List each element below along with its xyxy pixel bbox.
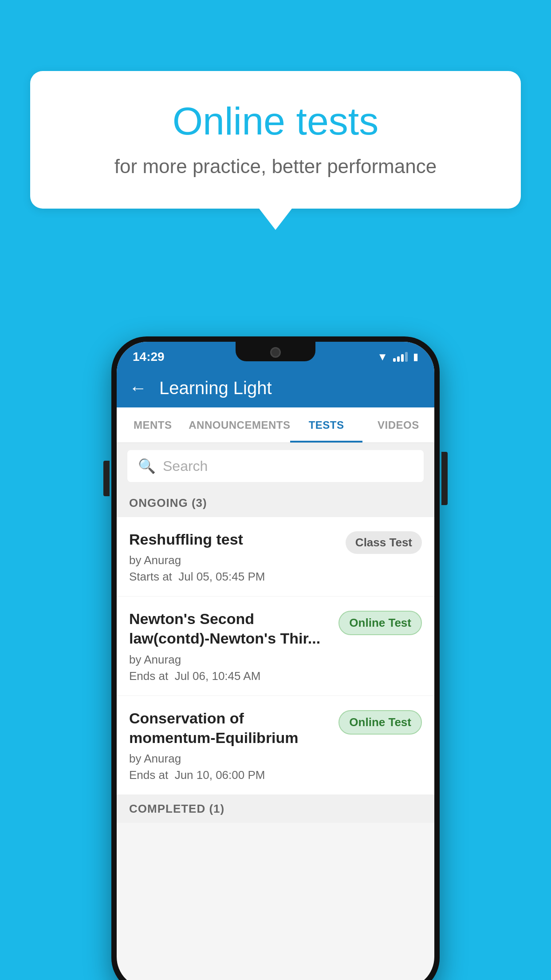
speech-bubble-subtitle: for more practice, better performance [66, 155, 485, 178]
status-icons: ▼ ▮ [377, 351, 418, 363]
signal-bar-1 [393, 358, 396, 362]
app-bar: ← Learning Light [117, 368, 434, 407]
wifi-icon: ▼ [377, 351, 388, 363]
test-author-reshuffling: by Anurag [129, 553, 337, 567]
test-info-newtons: Newton's Second law(contd)-Newton's Thir… [129, 609, 330, 683]
search-box[interactable]: 🔍 Search [127, 450, 424, 482]
phone-side-button-left [103, 461, 110, 496]
test-badge-conservation: Online Test [338, 710, 422, 735]
test-badge-reshuffling: Class Test [346, 531, 422, 554]
tab-videos[interactable]: VIDEOS [362, 407, 434, 443]
signal-bars [393, 352, 408, 362]
section-completed-header: COMPLETED (1) [117, 795, 434, 823]
speech-bubble-title: Online tests [66, 98, 485, 145]
test-author-newtons: by Anurag [129, 653, 330, 667]
speech-bubble-container: Online tests for more practice, better p… [30, 71, 521, 209]
signal-bar-2 [397, 356, 400, 362]
signal-bar-4 [405, 352, 408, 362]
test-info-reshuffling: Reshuffling test by Anurag Starts at Jul… [129, 530, 337, 584]
tab-ments[interactable]: MENTS [117, 407, 189, 443]
test-info-conservation: Conservation of momentum-Equilibrium by … [129, 708, 330, 782]
test-badge-newtons: Online Test [338, 611, 422, 635]
back-button[interactable]: ← [129, 378, 147, 398]
test-item-reshuffling[interactable]: Reshuffling test by Anurag Starts at Jul… [117, 517, 434, 597]
phone-notch [236, 342, 315, 361]
test-time-conservation: Ends at Jun 10, 06:00 PM [129, 768, 330, 782]
signal-bar-3 [401, 354, 404, 362]
status-time: 14:29 [133, 350, 165, 364]
test-item-conservation[interactable]: Conservation of momentum-Equilibrium by … [117, 696, 434, 795]
tab-announcements[interactable]: ANNOUNCEMENTS [189, 407, 290, 443]
speech-bubble: Online tests for more practice, better p… [30, 71, 521, 209]
search-container: 🔍 Search [117, 443, 434, 489]
section-ongoing-header: ONGOING (3) [117, 489, 434, 517]
test-name-reshuffling: Reshuffling test [129, 530, 337, 549]
phone-side-button-right [441, 452, 448, 505]
phone-frame: 14:29 ▼ ▮ ← Learning Light MENTS [111, 336, 440, 980]
test-time-newtons: Ends at Jul 06, 10:45 AM [129, 669, 330, 683]
test-item-newtons[interactable]: Newton's Second law(contd)-Newton's Thir… [117, 597, 434, 695]
test-author-conservation: by Anurag [129, 752, 330, 766]
app-title: Learning Light [159, 378, 272, 398]
battery-icon: ▮ [413, 351, 418, 363]
phone-screen: 14:29 ▼ ▮ ← Learning Light MENTS [117, 342, 434, 980]
tabs-bar: MENTS ANNOUNCEMENTS TESTS VIDEOS [117, 407, 434, 443]
test-name-newtons: Newton's Second law(contd)-Newton's Thir… [129, 609, 330, 648]
phone-camera [270, 347, 281, 358]
search-input[interactable]: Search [163, 458, 208, 474]
test-name-conservation: Conservation of momentum-Equilibrium [129, 708, 330, 747]
test-time-reshuffling: Starts at Jul 05, 05:45 PM [129, 570, 337, 584]
tab-tests[interactable]: TESTS [290, 407, 362, 443]
search-icon: 🔍 [138, 458, 156, 474]
